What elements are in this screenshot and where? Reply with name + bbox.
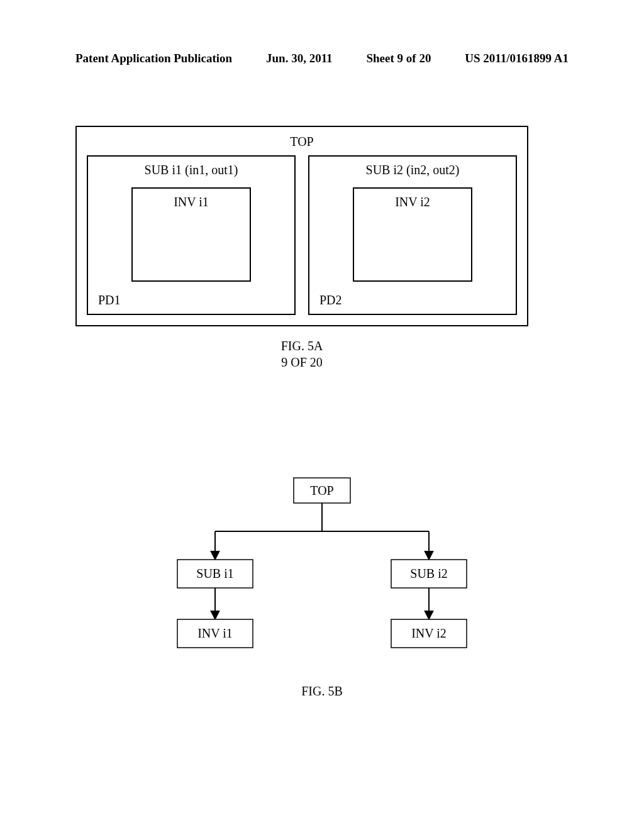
- tree-inv1-text: INV i1: [197, 626, 233, 640]
- figure-5b: TOP SUB i1 SUB i2 INV i1 INV i2 FIG. 5B: [0, 472, 644, 699]
- header-sheet: Sheet 9 of 20: [366, 52, 431, 65]
- sub-label-1: SUB i1 (in1, out1): [97, 163, 286, 177]
- tree-diagram: TOP SUB i1 SUB i2 INV i1 INV i2: [127, 472, 517, 673]
- figure-5a: TOP SUB i1 (in1, out1) INV i1 PD1 SUB i2…: [75, 126, 528, 370]
- header-pubnum: US 2011/0161899 A1: [465, 52, 569, 65]
- pd-label-1: PD1: [97, 293, 286, 307]
- sub-row: SUB i1 (in1, out1) INV i1 PD1 SUB i2 (in…: [87, 155, 517, 315]
- sub-label-2: SUB i2 (in2, out2): [318, 163, 507, 177]
- inv-box-2: INV i2: [353, 187, 472, 282]
- sub-box-2: SUB i2 (in2, out2) INV i2 PD2: [308, 155, 517, 315]
- top-label: TOP: [87, 135, 517, 149]
- tree-top-text: TOP: [310, 484, 333, 497]
- figure-5a-caption: FIG. 5A 9 OF 20: [75, 338, 528, 370]
- sub-box-1: SUB i1 (in1, out1) INV i1 PD1: [87, 155, 296, 315]
- tree-inv2-text: INV i2: [411, 626, 447, 640]
- pd-label-2: PD2: [318, 293, 507, 307]
- fig5a-caption-line2: 9 OF 20: [75, 354, 528, 370]
- figure-5b-caption: FIG. 5B: [0, 684, 644, 699]
- tree-sub2-text: SUB i2: [410, 567, 447, 580]
- page-header: Patent Application Publication Jun. 30, …: [0, 52, 644, 65]
- inv-box-1: INV i1: [131, 187, 251, 282]
- top-box: TOP SUB i1 (in1, out1) INV i1 PD1 SUB i2…: [75, 126, 528, 326]
- tree-sub1-text: SUB i1: [196, 567, 233, 580]
- patent-page: Patent Application Publication Jun. 30, …: [0, 0, 644, 830]
- header-publication: Patent Application Publication: [75, 52, 232, 65]
- header-date: Jun. 30, 2011: [266, 52, 333, 65]
- fig5a-caption-line1: FIG. 5A: [75, 338, 528, 354]
